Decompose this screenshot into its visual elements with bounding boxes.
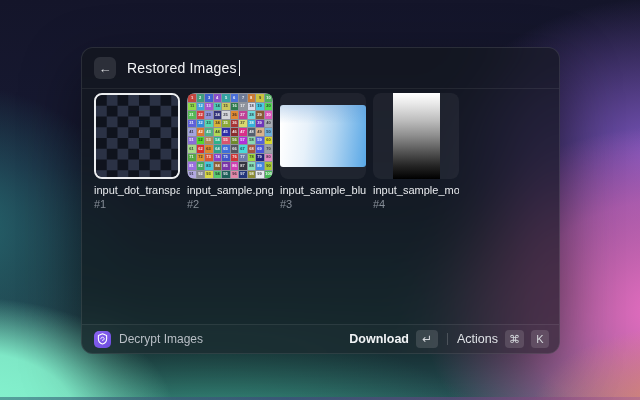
number-grid-cell: 10 [265, 94, 273, 102]
number-grid-cell: 71 [188, 154, 196, 162]
number-grid-cell: 14 [214, 103, 222, 111]
number-grid-cell: 58 [248, 137, 256, 145]
number-grid-cell: 91 [188, 171, 196, 179]
search-input[interactable]: Restored Images [127, 60, 240, 76]
number-grid-cell: 27 [239, 111, 247, 119]
number-grid-cell: 47 [239, 128, 247, 136]
number-grid-cell: 36 [231, 120, 239, 128]
cmd-keycap: ⌘ [505, 330, 524, 348]
number-grid-cell: 8 [248, 94, 256, 102]
number-grid-cell: 88 [248, 162, 256, 170]
number-grid-cell: 17 [239, 103, 247, 111]
window-footer: Decrypt Images Download ↵ Actions ⌘ K [82, 324, 559, 353]
number-grid-cell: 35 [222, 120, 230, 128]
number-grid-cell: 26 [231, 111, 239, 119]
number-grid-cell: 54 [214, 137, 222, 145]
number-grid-cell: 65 [222, 145, 230, 153]
number-grid-cell: 90 [265, 162, 273, 170]
k-keycap: K [531, 330, 549, 348]
search-input-value: Restored Images [127, 60, 237, 76]
number-grid-cell: 99 [256, 171, 264, 179]
number-grid-cell: 78 [248, 154, 256, 162]
return-keycap: ↵ [416, 330, 438, 348]
number-grid-cell: 37 [239, 120, 247, 128]
number-grid-cell: 33 [205, 120, 213, 128]
number-grid-cell: 77 [239, 154, 247, 162]
number-grid-cell: 31 [188, 120, 196, 128]
number-grid-cell: 72 [197, 154, 205, 162]
number-grid-cell: 62 [197, 145, 205, 153]
footer-actions: Download ↵ Actions ⌘ K [349, 330, 549, 348]
download-button[interactable]: Download [349, 332, 409, 346]
number-grid-cell: 23 [205, 111, 213, 119]
index-label: #1 [94, 198, 180, 211]
actions-button[interactable]: Actions [457, 332, 498, 346]
decrypt-images-app-icon [94, 331, 111, 348]
number-grid-cell: 80 [265, 154, 273, 162]
back-button[interactable]: ← [94, 57, 116, 79]
number-grid-cell: 89 [256, 162, 264, 170]
number-grid-cell: 85 [222, 162, 230, 170]
number-grid-cell: 74 [214, 154, 222, 162]
number-grid-cell: 94 [214, 171, 222, 179]
number-grid-cell: 34 [214, 120, 222, 128]
number-grid-cell: 61 [188, 145, 196, 153]
number-grid-cell: 92 [197, 171, 205, 179]
number-grid-cell: 93 [205, 171, 213, 179]
number-grid-cell: 84 [214, 162, 222, 170]
image-item-4[interactable]: input_sample_mono.... #4 [373, 93, 459, 211]
number-grid-cell: 13 [205, 103, 213, 111]
number-grid-cell: 1 [188, 94, 196, 102]
number-grid-cell: 44 [214, 128, 222, 136]
number-grid-cell: 29 [256, 111, 264, 119]
number-grid-cell: 6 [231, 94, 239, 102]
number-grid-cell: 16 [231, 103, 239, 111]
thumbnail-transparent [94, 93, 180, 179]
number-grid-cell: 86 [231, 162, 239, 170]
filename-label: input_sample.png [187, 184, 273, 197]
number-grid-cell: 39 [256, 120, 264, 128]
app-name-label: Decrypt Images [119, 332, 203, 346]
mono-gradient-image [393, 93, 440, 179]
number-grid-cell: 95 [222, 171, 230, 179]
number-grid-cell: 42 [197, 128, 205, 136]
thumbnail-sample: 1234567891011121314151617181920212223242… [187, 93, 273, 179]
image-item-2[interactable]: 1234567891011121314151617181920212223242… [187, 93, 273, 211]
image-item-3[interactable]: input_sample_blue.png #3 [280, 93, 366, 211]
number-grid-cell: 15 [222, 103, 230, 111]
number-grid-cell: 69 [256, 145, 264, 153]
number-grid-cell: 63 [205, 145, 213, 153]
number-grid-cell: 5 [222, 94, 230, 102]
number-grid-cell: 83 [205, 162, 213, 170]
number-grid-cell: 68 [248, 145, 256, 153]
number-grid-cell: 7 [239, 94, 247, 102]
number-grid-cell: 51 [188, 137, 196, 145]
thumbnail-blue [280, 93, 366, 179]
number-grid-cell: 66 [231, 145, 239, 153]
number-grid-cell: 19 [256, 103, 264, 111]
raycast-window: ← Restored Images input_dot_transparen..… [81, 47, 560, 354]
number-grid-cell: 96 [231, 171, 239, 179]
image-item-1[interactable]: input_dot_transparen... #1 [94, 93, 180, 211]
number-grid-cell: 56 [231, 137, 239, 145]
number-grid-cell: 76 [231, 154, 239, 162]
number-grid-cell: 53 [205, 137, 213, 145]
number-grid-cell: 45 [222, 128, 230, 136]
number-grid-cell: 100 [265, 171, 273, 179]
number-grid-cell: 30 [265, 111, 273, 119]
number-grid-cell: 70 [265, 145, 273, 153]
number-grid-cell: 2 [197, 94, 205, 102]
filename-label: input_dot_transparen... [94, 184, 180, 197]
number-grid-cell: 43 [205, 128, 213, 136]
number-grid-cell: 73 [205, 154, 213, 162]
blue-gradient-image [280, 105, 366, 167]
thumbnail-mono [373, 93, 459, 179]
number-grid-cell: 18 [248, 103, 256, 111]
filename-label: input_sample_mono.... [373, 184, 459, 197]
number-grid-cell: 32 [197, 120, 205, 128]
number-grid-cell: 55 [222, 137, 230, 145]
number-grid-cell: 98 [248, 171, 256, 179]
shield-icon [97, 333, 108, 345]
number-grid-cell: 64 [214, 145, 222, 153]
number-grid-image: 1234567891011121314151617181920212223242… [187, 93, 273, 179]
